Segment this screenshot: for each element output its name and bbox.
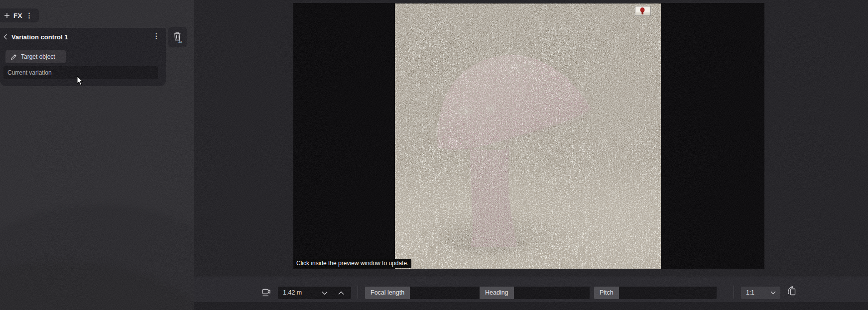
variation-thumbnail[interactable] bbox=[635, 6, 651, 16]
heading-label: Heading bbox=[480, 287, 514, 299]
add-effect-icon[interactable] bbox=[4, 12, 10, 18]
fx-title: FX bbox=[13, 12, 22, 19]
mushroom-render-image bbox=[395, 3, 661, 269]
preview-canvas: Click inside the preview window to updat… bbox=[194, 0, 868, 310]
camera-height-icon bbox=[262, 288, 271, 297]
toolbar-divider bbox=[358, 286, 358, 299]
pitch-input[interactable] bbox=[619, 287, 717, 299]
heading-group: Heading bbox=[480, 287, 590, 299]
pencil-icon bbox=[10, 54, 17, 60]
delete-duplicate-button[interactable]: 2x bbox=[168, 27, 187, 47]
focal-length-label: Focal length bbox=[365, 287, 410, 299]
fx-menu-icon[interactable]: ⋮ bbox=[26, 12, 33, 19]
zoom-ratio-select[interactable]: 1:1 bbox=[741, 287, 780, 299]
camera-toolbar: 1.42 m Focal length Heading Pitch bbox=[194, 277, 868, 302]
focal-length-input[interactable] bbox=[410, 287, 480, 299]
rotate-orientation-icon bbox=[786, 285, 798, 297]
camera-height-value: 1.42 m bbox=[283, 287, 302, 299]
preview-viewport[interactable]: Click inside the preview window to updat… bbox=[293, 3, 764, 269]
panel-menu-icon[interactable]: ⋮ bbox=[153, 32, 160, 39]
ratio-chevron-down-icon bbox=[770, 291, 776, 295]
app-window: FX ⋮ Variation control 1 ⋮ Target object… bbox=[0, 0, 868, 310]
sidebar: FX ⋮ Variation control 1 ⋮ Target object… bbox=[0, 0, 194, 310]
camera-height-input[interactable]: 1.42 m bbox=[278, 287, 351, 299]
panel-title: Variation control 1 bbox=[11, 33, 68, 41]
back-chevron-icon[interactable] bbox=[3, 34, 7, 40]
increase-chevron-icon[interactable] bbox=[338, 291, 344, 295]
duplicate-count-badge: 2x bbox=[178, 39, 182, 43]
decrease-chevron-icon[interactable] bbox=[322, 291, 328, 295]
target-object-label: Target object bbox=[21, 53, 55, 60]
bottom-strip bbox=[194, 302, 868, 310]
mouse-cursor bbox=[77, 76, 84, 86]
heading-input[interactable] bbox=[514, 287, 590, 299]
pitch-label: Pitch bbox=[594, 287, 619, 299]
trash-2x-icon: 2x bbox=[172, 31, 183, 43]
preview-hint: Click inside the preview window to updat… bbox=[295, 259, 411, 268]
fx-toolbar: FX ⋮ bbox=[0, 8, 39, 22]
panel-header: Variation control 1 ⋮ bbox=[0, 28, 166, 46]
focal-length-group: Focal length bbox=[365, 287, 480, 299]
zoom-ratio-value: 1:1 bbox=[746, 287, 754, 299]
target-object-button[interactable]: Target object bbox=[5, 50, 66, 63]
toolbar-divider-2 bbox=[734, 286, 734, 299]
rotate-orientation-button[interactable] bbox=[786, 285, 798, 297]
current-variation-label: Current variation bbox=[7, 69, 52, 76]
pitch-group: Pitch bbox=[594, 287, 717, 299]
